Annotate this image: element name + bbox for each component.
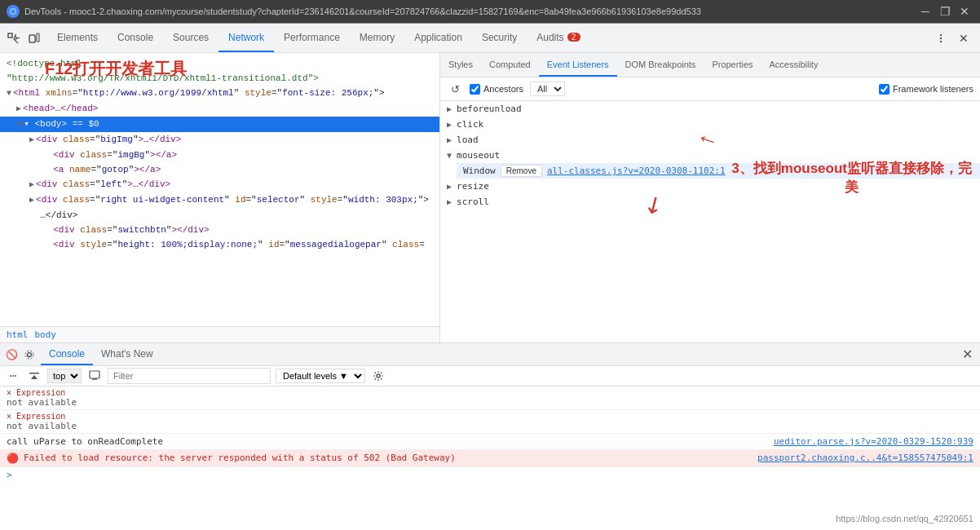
bigimg-triangle[interactable]	[29, 135, 34, 144]
breadcrumb: html body	[0, 326, 439, 342]
scroll-triangle[interactable]	[447, 197, 452, 206]
show-drawer-button[interactable]	[86, 368, 103, 384]
dom-line-html[interactable]: <html xmlns="http://www.w3.org/1999/xhtm…	[0, 86, 439, 101]
el-listener-mouseout-window[interactable]: Window Remove all-classes.js?v=2020-0308…	[457, 163, 980, 179]
left-triangle[interactable]	[29, 180, 34, 189]
svg-rect-12	[29, 373, 39, 374]
tab-computed[interactable]: Computed	[481, 53, 539, 77]
console-filter-input[interactable]	[108, 368, 271, 384]
dom-line-head[interactable]: <head>…</head>	[0, 101, 439, 117]
clear-console-button[interactable]: 🚫	[3, 347, 20, 363]
el-group-resize: resize	[440, 179, 980, 194]
el-group-scroll: scroll	[440, 194, 980, 210]
body-triangle[interactable]	[17, 120, 22, 129]
console-row-source-uparse[interactable]: ueditor.parse.js?v=2020-0329-1520:939	[774, 436, 973, 447]
console-top-button[interactable]	[26, 368, 42, 384]
html-triangle[interactable]	[7, 89, 11, 98]
el-group-header-mouseout[interactable]: mouseout	[440, 148, 980, 163]
el-group-header-load[interactable]: load	[440, 132, 980, 148]
tab-console[interactable]: Console	[108, 24, 163, 52]
console-gear-button[interactable]	[370, 368, 386, 384]
console-close-button[interactable]: ✕	[957, 345, 977, 364]
ancestors-checkbox[interactable]	[470, 84, 480, 95]
minimize-button[interactable]: ─	[916, 2, 934, 20]
expression-val-2: not available	[7, 421, 973, 431]
svg-point-14	[377, 374, 380, 378]
tab-event-listeners[interactable]: Event Listeners	[539, 53, 617, 77]
all-select[interactable]: All	[530, 82, 565, 96]
expression-row-1: × Expression not available	[0, 386, 980, 410]
more-tools-button[interactable]	[931, 29, 951, 48]
dom-line-messagedialog[interactable]: <div style="height: 100%;display:none;" …	[0, 237, 439, 252]
tab-memory[interactable]: Memory	[350, 24, 404, 52]
el-event-mouseout: mouseout	[457, 150, 500, 161]
framework-checkbox-label[interactable]: Framework listeners	[879, 84, 973, 95]
mouseout-triangle[interactable]	[447, 151, 452, 160]
tab-console-main[interactable]: Console	[41, 343, 93, 365]
el-group-mouseout: mouseout Window Remove all-classes.js?v=…	[440, 148, 980, 179]
tab-sources[interactable]: Sources	[163, 24, 219, 52]
svg-line-21	[381, 373, 382, 374]
head-triangle[interactable]	[16, 104, 21, 113]
tab-audits[interactable]: Audits 2	[527, 24, 589, 52]
console-prompt-input[interactable]	[15, 470, 973, 480]
remove-button[interactable]: Remove	[501, 165, 542, 177]
close-button[interactable]: ✕	[956, 2, 973, 20]
load-triangle[interactable]	[447, 135, 452, 144]
dom-line-imgbg[interactable]: <div class="imgBg"></a>	[0, 148, 439, 162]
dom-line-left[interactable]: <div class="left">…</div>	[0, 177, 439, 192]
el-source-link[interactable]: all-classes.js?v=2020-0308-1102:1	[547, 166, 726, 176]
ancestors-checkbox-label[interactable]: Ancestors	[470, 84, 523, 95]
svg-rect-13	[90, 371, 99, 378]
breadcrumb-html[interactable]: html	[7, 329, 29, 340]
dom-line-right[interactable]: <div class="right ui-widget-content" id=…	[0, 192, 439, 208]
device-toolbar-button[interactable]	[24, 29, 44, 48]
tab-whats-new[interactable]: What's New	[93, 343, 161, 365]
el-group-header-click[interactable]: click	[440, 117, 980, 132]
context-select[interactable]: top	[47, 369, 82, 383]
click-triangle[interactable]	[447, 120, 452, 129]
el-group-header-scroll[interactable]: scroll	[440, 194, 980, 210]
console-clear-button[interactable]	[5, 368, 21, 384]
tab-dom-breakpoints[interactable]: DOM Breakpoints	[617, 53, 704, 77]
beforeunload-triangle[interactable]	[447, 104, 452, 113]
console-settings-button[interactable]	[21, 347, 38, 363]
tab-accessibility[interactable]: Accessibility	[761, 53, 827, 77]
nav-right: ✕	[925, 24, 980, 52]
panel-right: Styles Computed Event Listeners DOM Brea…	[440, 53, 980, 342]
tab-security[interactable]: Security	[472, 24, 527, 52]
el-group-header-beforeunload[interactable]: beforeunload	[440, 101, 980, 117]
refresh-listeners-button[interactable]: ↺	[447, 81, 463, 97]
tab-properties[interactable]: Properties	[704, 53, 761, 77]
console-toolbar: top Default levels ▼	[0, 366, 980, 386]
el-toolbar: ↺ Ancestors All Framework listeners	[440, 77, 980, 101]
title-bar-controls: ─ ❐ ✕	[916, 2, 973, 20]
el-group-header-resize[interactable]: resize	[440, 179, 980, 194]
tab-styles[interactable]: Styles	[440, 53, 481, 77]
dom-line-gotop[interactable]: <a name="gotop"></a>	[0, 162, 439, 177]
el-group-body-mouseout: Window Remove all-classes.js?v=2020-0308…	[440, 163, 980, 179]
tab-elements[interactable]: Elements	[47, 24, 108, 52]
svg-point-6	[940, 40, 942, 42]
log-levels-select[interactable]: Default levels ▼	[276, 369, 365, 383]
restore-button[interactable]: ❐	[936, 2, 954, 20]
breadcrumb-body[interactable]: body	[35, 329, 57, 340]
error-icon: 🔴	[7, 453, 19, 464]
inspect-element-button[interactable]	[3, 29, 23, 48]
dom-line-switchbtn[interactable]: <div class="switchbtn"></div>	[0, 223, 439, 237]
tab-network[interactable]: Network	[219, 24, 274, 52]
resize-triangle[interactable]	[447, 182, 452, 191]
el-group-beforeunload: beforeunload	[440, 101, 980, 117]
framework-checkbox[interactable]	[879, 84, 890, 95]
tab-application[interactable]: Application	[404, 24, 472, 52]
dom-line-bigimg[interactable]: <div class="bigImg">…</div>	[0, 132, 439, 148]
dom-line-body[interactable]: ▾ <body> == $0	[0, 117, 439, 132]
el-event-resize: resize	[457, 181, 489, 192]
tab-performance[interactable]: Performance	[274, 24, 350, 52]
close-devtools-button[interactable]: ✕	[954, 29, 973, 48]
el-scope-window: Window	[463, 166, 496, 176]
browser-icon	[7, 5, 20, 18]
right-triangle[interactable]	[29, 196, 34, 205]
console-row-source-error[interactable]: passport2.chaoxing.c..4&t=158557475049:1	[757, 453, 973, 463]
svg-point-7	[28, 352, 32, 356]
